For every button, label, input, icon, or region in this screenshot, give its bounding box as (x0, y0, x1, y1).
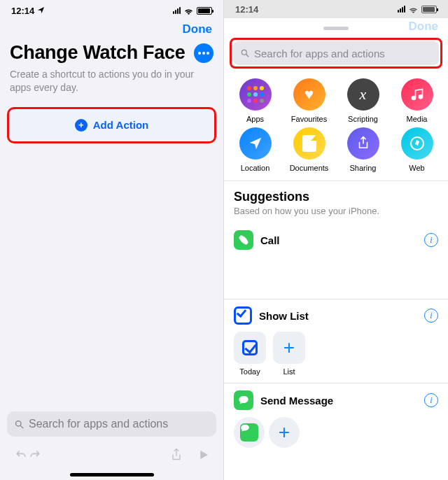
status-bar: 12:14 (224, 0, 448, 15)
action-picker-screen: 12:14 Done Search for apps and actions A… (224, 0, 448, 480)
undo-button[interactable] (14, 448, 28, 462)
suggestion-show-list[interactable]: Show List i (224, 299, 448, 332)
plus-icon: + (284, 337, 295, 359)
info-button[interactable]: i (424, 309, 438, 323)
music-note-icon (401, 78, 433, 111)
svg-line-1 (20, 425, 23, 428)
more-options-button[interactable] (194, 43, 214, 63)
search-icon (240, 48, 250, 58)
category-documents[interactable]: Documents (282, 127, 336, 172)
svg-point-5 (419, 95, 422, 99)
apps-icon (239, 78, 272, 111)
category-sharing[interactable]: Sharing (336, 127, 390, 172)
add-action-button[interactable]: + Add Action (10, 111, 213, 140)
checkbox-checked-icon (242, 340, 258, 355)
category-favourites[interactable]: ♥ Favourites (282, 78, 336, 123)
done-button[interactable]: Done (183, 22, 213, 36)
info-button[interactable]: i (424, 393, 438, 407)
messages-app-icon (240, 423, 258, 442)
phone-app-icon (234, 230, 253, 250)
plus-circle-icon: + (75, 119, 88, 132)
share-button[interactable] (170, 448, 183, 462)
status-time: 12:14 (11, 6, 34, 16)
shortcut-editor-screen: 12:14 Done Change Watch Face Create a sh… (0, 0, 224, 480)
messages-app-icon (234, 390, 253, 410)
status-bar: 12:14 (0, 3, 223, 18)
category-scripting[interactable]: x Scripting (336, 78, 390, 123)
heart-icon: ♥ (293, 78, 326, 111)
category-location[interactable]: Location (228, 127, 282, 172)
share-icon (347, 127, 379, 160)
search-icon (14, 419, 24, 430)
cellular-signal-icon (398, 6, 405, 13)
svg-point-0 (16, 421, 22, 426)
wifi-icon (183, 7, 194, 15)
location-arrow-icon (239, 127, 272, 160)
add-action-highlight: + Add Action (7, 107, 216, 143)
cellular-signal-icon (173, 7, 181, 14)
recipient-bubble[interactable] (234, 417, 265, 448)
suggestions-subheading: Based on how you use your iPhone. (224, 206, 448, 223)
category-grid: Apps ♥ Favourites x Scripting Media Loca… (224, 76, 448, 181)
compass-icon (401, 127, 433, 160)
category-media[interactable]: Media (390, 78, 444, 123)
svg-point-2 (241, 50, 246, 55)
suggestion-call[interactable]: Call i (224, 223, 448, 257)
option-today[interactable]: Today (234, 332, 266, 376)
document-icon (293, 127, 326, 160)
checkbox-icon (234, 306, 252, 325)
battery-icon (197, 7, 212, 15)
svg-line-3 (246, 55, 249, 57)
suggestion-send-message[interactable]: Send Message i (224, 383, 448, 417)
search-input[interactable]: Search for apps and actions (7, 411, 216, 437)
search-input[interactable]: Search for apps and actions (233, 41, 439, 65)
status-time: 12:14 (235, 4, 258, 15)
add-action-label: Add Action (93, 119, 148, 131)
home-indicator[interactable] (0, 469, 223, 480)
scripting-icon: x (347, 78, 379, 111)
redo-button[interactable] (28, 448, 42, 462)
info-button[interactable]: i (424, 233, 438, 247)
option-list[interactable]: + List (273, 332, 305, 376)
plus-icon: + (279, 421, 290, 444)
search-highlight: Search for apps and actions (230, 38, 442, 69)
done-button[interactable]: Done (409, 20, 439, 34)
wifi-icon (408, 6, 419, 13)
battery-icon (421, 6, 437, 13)
category-web[interactable]: Web (390, 127, 444, 172)
sheet-grabber[interactable] (323, 27, 349, 30)
svg-point-4 (412, 97, 415, 100)
search-placeholder: Search for apps and actions (29, 418, 168, 430)
page-subtitle: Create a shortcut to actions you do in y… (0, 68, 223, 94)
page-title: Change Watch Face (10, 42, 185, 64)
location-services-icon (37, 6, 45, 16)
bottom-toolbar (0, 441, 223, 469)
suggestions-heading: Suggestions (224, 181, 448, 206)
category-apps[interactable]: Apps (228, 78, 282, 123)
run-button[interactable] (198, 449, 209, 460)
search-placeholder: Search for apps and actions (254, 48, 385, 59)
add-recipient-button[interactable]: + (269, 417, 300, 448)
